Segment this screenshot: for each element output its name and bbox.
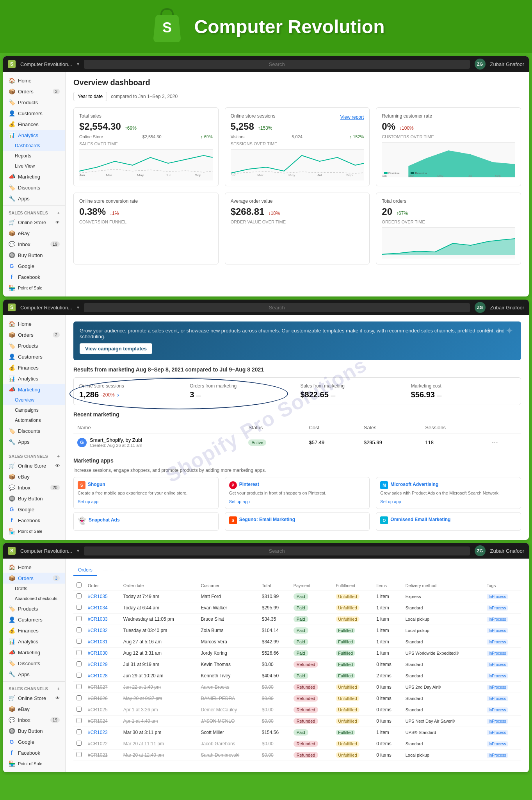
order-checkbox[interactable] <box>77 695 82 700</box>
sidebar-inbox-3[interactable]: 💬Inbox 19 <box>3 714 65 725</box>
store-dropdown-2[interactable]: ▾ <box>77 305 79 310</box>
sidebar-pos-1[interactable]: 🏪 Point of Sale <box>3 282 65 293</box>
order-id[interactable]: #CR1034 <box>88 605 108 611</box>
sidebar-apps-1[interactable]: 🔧 Apps <box>3 193 65 204</box>
order-checkbox[interactable] <box>77 741 82 746</box>
sidebar-facebook-1[interactable]: f Facebook <box>3 271 65 282</box>
sidebar-online-store-2[interactable]: 🛒Online Store 👁 <box>3 460 65 471</box>
sidebar-drafts-3[interactable]: Drafts <box>3 584 65 594</box>
pinterest-setup-link[interactable]: Set up app <box>229 499 250 504</box>
order-id[interactable]: #CR1025 <box>88 707 108 712</box>
sidebar-customers-3[interactable]: 👤Customers <box>3 614 65 625</box>
sidebar-pos-2[interactable]: 🏪Point of Sale <box>3 526 65 537</box>
order-id[interactable]: #CR1029 <box>88 662 108 667</box>
sidebar-marketing-overview[interactable]: Overview <box>3 395 65 405</box>
sidebar-discounts-3[interactable]: 🏷️Discounts <box>3 658 65 669</box>
view-report-link[interactable]: View report <box>340 114 364 120</box>
order-checkbox[interactable] <box>77 627 82 632</box>
date-button[interactable]: Year to date <box>73 92 107 101</box>
order-checkbox[interactable] <box>77 593 82 598</box>
order-checkbox[interactable] <box>77 707 82 712</box>
order-checkbox[interactable] <box>77 605 82 610</box>
sidebar-abandoned-3[interactable]: Abandoned checkouts <box>3 594 65 603</box>
sidebar-analytics-3[interactable]: 📊Analytics <box>3 636 65 647</box>
select-all-checkbox[interactable] <box>77 582 82 588</box>
tab-orders[interactable]: Orders <box>73 565 97 576</box>
sidebar-ebay-3[interactable]: 📦eBay <box>3 704 65 714</box>
store-dropdown-arrow[interactable]: ▾ <box>77 61 79 67</box>
shogun-setup-link[interactable]: Set up app <box>78 499 98 504</box>
sidebar-orders-1[interactable]: 📦 Orders 3 <box>3 86 65 97</box>
sidebar-orders-3[interactable]: 📦Orders 3 <box>3 573 65 584</box>
order-id[interactable]: #CR1021 <box>88 752 108 758</box>
sidebar-discounts-1[interactable]: 🏷️ Discounts <box>3 182 65 193</box>
search-input-1[interactable] <box>84 60 470 69</box>
sidebar-google-3[interactable]: GGoogle <box>3 736 65 747</box>
order-id[interactable]: #CR1035 <box>88 594 108 599</box>
order-id[interactable]: #CR1023 <box>88 730 108 735</box>
sidebar-ebay-2[interactable]: 📦eBay <box>3 471 65 482</box>
sidebar-apps-3[interactable]: 🔧Apps <box>3 669 65 680</box>
search-input-3[interactable] <box>84 546 470 555</box>
sidebar-home-1[interactable]: 🏠 Home <box>3 75 65 86</box>
sidebar-buybutton-2[interactable]: 🔘Buy Button <box>3 493 65 504</box>
order-id[interactable]: #CR1024 <box>88 718 108 724</box>
order-id[interactable]: #CR1027 <box>88 684 108 690</box>
sidebar-facebook-3[interactable]: fFacebook <box>3 747 65 758</box>
sidebar-products-3[interactable]: 🏷️Products <box>3 603 65 614</box>
sidebar-products-2[interactable]: 🏷️Products <box>3 340 65 351</box>
sidebar-home-3[interactable]: 🏠Home <box>3 562 65 573</box>
order-checkbox[interactable] <box>77 616 82 621</box>
store-dropdown-3[interactable]: ▾ <box>77 548 79 554</box>
tab-filter2[interactable]: — <box>114 565 128 576</box>
order-checkbox[interactable] <box>77 752 82 757</box>
sessions-chevron[interactable]: › <box>117 391 119 398</box>
order-id[interactable]: #CR1028 <box>88 673 108 679</box>
sidebar-marketing-2[interactable]: 📣Marketing <box>3 384 65 395</box>
sidebar-online-store-3[interactable]: 🛒Online Store 👁 <box>3 693 65 704</box>
add-channel-icon[interactable]: + <box>57 211 60 215</box>
sidebar-products-1[interactable]: 🏷️ Products <box>3 97 65 108</box>
sidebar-ebay-1[interactable]: 📦 eBay <box>3 228 65 239</box>
view-campaign-btn[interactable]: View campaign templates <box>80 343 152 354</box>
order-checkbox[interactable] <box>77 729 82 734</box>
sidebar-finances-1[interactable]: 💰 Finances <box>3 119 65 130</box>
order-id[interactable]: #CR1033 <box>88 616 108 622</box>
order-checkbox[interactable] <box>77 661 82 666</box>
sidebar-inbox-2[interactable]: 💬Inbox 20 <box>3 482 65 493</box>
tab-filter1[interactable]: — <box>99 565 113 576</box>
sidebar-finances-3[interactable]: 💰Finances <box>3 625 65 636</box>
order-id[interactable]: #CR1022 <box>88 741 108 746</box>
sidebar-online-store-1[interactable]: 🛒 Online Store 👁 <box>3 217 65 228</box>
sidebar-discounts-2[interactable]: 🏷️Discounts <box>3 425 65 436</box>
order-checkbox[interactable] <box>77 650 82 655</box>
sidebar-automations[interactable]: Automations <box>3 415 65 425</box>
sidebar-orders-2[interactable]: 📦Orders 2 <box>3 329 65 340</box>
sidebar-marketing-3[interactable]: 📣Marketing <box>3 647 65 658</box>
order-checkbox[interactable] <box>77 684 82 689</box>
sidebar-customers-1[interactable]: 👤 Customers <box>3 108 65 119</box>
sidebar-analytics-1[interactable]: 📊 Analytics <box>3 130 65 141</box>
sidebar-campaigns[interactable]: Campaigns <box>3 405 65 415</box>
search-input-2[interactable] <box>84 303 470 312</box>
sidebar-apps-2[interactable]: 🔧Apps <box>3 436 65 447</box>
sidebar-buybutton-1[interactable]: 🔘 Buy Button <box>3 250 65 261</box>
order-checkbox[interactable] <box>77 673 82 678</box>
sidebar-reports-1[interactable]: Reports <box>3 151 65 161</box>
sidebar-google-1[interactable]: G Google <box>3 261 65 271</box>
order-checkbox[interactable] <box>77 718 82 723</box>
sidebar-analytics-2[interactable]: 📊Analytics <box>3 373 65 384</box>
microsoft-setup-link[interactable]: Set up app <box>380 499 401 504</box>
order-checkbox[interactable] <box>77 639 82 644</box>
sidebar-dashboards-1[interactable]: Dashboards <box>3 141 65 151</box>
sidebar-google-2[interactable]: GGoogle <box>3 504 65 515</box>
order-id[interactable]: #CR1031 <box>88 639 108 645</box>
sidebar-pos-3[interactable]: 🏪Point of Sale <box>3 758 65 769</box>
sidebar-marketing-1[interactable]: 📣 Marketing <box>3 171 65 182</box>
sidebar-customers-2[interactable]: 👤Customers <box>3 351 65 362</box>
sidebar-finances-2[interactable]: 💰Finances <box>3 362 65 373</box>
sidebar-inbox-1[interactable]: 💬 Inbox 19 <box>3 239 65 250</box>
sidebar-home-2[interactable]: 🏠Home <box>3 318 65 329</box>
sidebar-buybutton-3[interactable]: 🔘Buy Button <box>3 725 65 736</box>
more-options-btn[interactable]: ⋯ <box>492 439 498 446</box>
